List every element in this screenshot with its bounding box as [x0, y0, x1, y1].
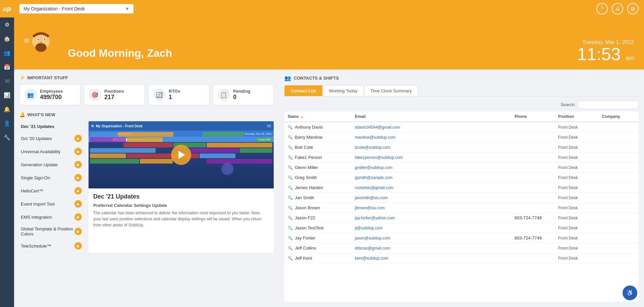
cell-email[interactable]: jansmith@siu.com: [352, 193, 511, 203]
arrow-icon: ▶: [74, 135, 82, 142]
sidebar-item-profile[interactable]: 👤: [0, 116, 14, 130]
arrow-icon: ▶: [74, 187, 82, 194]
cell-email[interactable]: jay.fortier@yahoo.com: [352, 213, 511, 223]
cell-email[interactable]: rocketsiu@gmail.com: [352, 183, 511, 192]
table-row[interactable]: 🔍 Greg Smith gsmith@sample.com Front Des…: [284, 173, 639, 183]
cell-email[interactable]: jt@subitup.com: [352, 223, 511, 233]
cell-name: 🔍 Anthony Davis: [284, 122, 352, 132]
news-item-global-template[interactable]: Global Template & Position Colors ▶: [19, 224, 83, 239]
print-button[interactable]: 🖨: [612, 3, 623, 14]
news-content-area: My Organization - Front Desk Calendar: B…: [89, 121, 274, 253]
table-row[interactable]: 🔍 Jay Fortier jason@subitup.com 603-724-…: [284, 233, 639, 243]
search-input[interactable]: [578, 100, 639, 109]
sidebar-item-notifications[interactable]: 🔔: [0, 102, 14, 116]
sidebar-item-tools[interactable]: 🔧: [0, 130, 14, 144]
news-item-generation-update[interactable]: Generation Update ▶: [19, 158, 83, 171]
sidebar-item-settings[interactable]: ⚙: [0, 17, 14, 32]
contacts-icon: 👥: [284, 75, 291, 81]
col-email[interactable]: Email: [352, 112, 511, 122]
cell-company: [598, 183, 639, 192]
table-row[interactable]: 🔍 Jeff Kent kent@subitup.com Front Desk: [284, 253, 639, 263]
org-selector[interactable]: My Organization - Front Desk ▼: [19, 4, 133, 13]
employees-value: 499/700: [40, 94, 63, 101]
rtos-icon: 🔄: [153, 89, 165, 101]
table-row[interactable]: 🔍 Barry Manilow manilow@subitup.com Fron…: [284, 132, 639, 142]
pending-label: Pending: [233, 89, 250, 94]
cell-email[interactable]: bcote@subitup.com: [352, 142, 511, 152]
stat-employees[interactable]: 👥 Employees 499/700: [19, 84, 80, 105]
rtos-label: RTOs: [169, 89, 180, 94]
sidebar: up ⚙ 🏠 👥 📅 ✉ 📊 🔔 👤 🔧: [0, 0, 14, 307]
sidebar-item-home[interactable]: 🏠: [0, 32, 14, 46]
cell-position: Front Desk: [555, 253, 598, 263]
col-company[interactable]: Company: [598, 112, 639, 122]
news-item-hellocert[interactable]: HelloCert™ ▶: [19, 184, 83, 198]
news-item-event-import[interactable]: Event Import Tool ▶: [19, 198, 83, 211]
cell-position: Front Desk: [555, 213, 598, 223]
news-video[interactable]: My Organization - Front Desk Calendar: B…: [89, 121, 274, 188]
cell-email[interactable]: ddscas@gmail.com: [352, 243, 511, 253]
table-row[interactable]: 🔍 Jason Brown jbrown@siu.com Front Desk: [284, 203, 639, 213]
tab-working-today[interactable]: Working Today: [322, 85, 364, 96]
table-row[interactable]: 🔍 Jason F22 jay.fortier@yahoo.com 603-72…: [284, 213, 639, 223]
table-row[interactable]: 🔍 Bob Cote bcote@subitup.com Front Desk: [284, 142, 639, 152]
stat-rtos[interactable]: 🔄 RTOs 1: [148, 84, 209, 105]
sidebar-item-messages[interactable]: ✉: [0, 74, 14, 88]
cell-position: Front Desk: [555, 132, 598, 142]
sidebar-item-users[interactable]: 👥: [0, 46, 14, 60]
cell-email[interactable]: jbrown@siu.com: [352, 203, 511, 213]
bell-icon: 🔔: [19, 112, 25, 117]
news-item-ems[interactable]: EMS Integration ▶: [19, 211, 83, 224]
stat-pending[interactable]: 📋 Pending 0: [213, 84, 274, 105]
sidebar-item-reports[interactable]: 📊: [0, 88, 14, 102]
cursor-indicator: [221, 163, 233, 175]
accessibility-button[interactable]: ♿: [623, 286, 637, 300]
cell-email[interactable]: manilow@subitup.com: [352, 132, 511, 142]
cell-email[interactable]: kent@subitup.com: [352, 253, 511, 263]
table-row[interactable]: 🔍 Jeff Collins ddscas@gmail.com Front De…: [284, 243, 639, 253]
table-row[interactable]: 🔍 Glenn Miller gmiller@subitup.com Front…: [284, 163, 639, 173]
table-row[interactable]: 🔍 Jason TestTest jt@subitup.com Front De…: [284, 223, 639, 233]
stat-positions[interactable]: 🎯 Positions 217: [84, 84, 145, 105]
arrow-icon: ▶: [74, 161, 82, 168]
arrow-icon: ▶: [74, 213, 82, 221]
table-row[interactable]: 🔍 James Harden rocketsiu@gmail.com Front…: [284, 183, 639, 193]
tab-contact-list[interactable]: Contact List: [284, 85, 322, 96]
news-item-sso[interactable]: Single Sign-On ▶: [19, 171, 83, 184]
current-date: Tuesday, Mar 1, 2022: [577, 39, 634, 45]
sidebar-item-calendar[interactable]: 📅: [0, 60, 14, 74]
cell-email[interactable]: jason@subitup.com: [352, 233, 511, 243]
whats-new-title: WHAT'S NEW: [27, 112, 55, 117]
news-item-dec21[interactable]: Dec '21 Updates: [19, 121, 83, 132]
cell-email[interactable]: gsmith@sample.com: [352, 173, 511, 182]
table-row[interactable]: 🔍 Jan Smith jansmith@siu.com Front Desk: [284, 193, 639, 203]
svg-point-7: [40, 42, 42, 44]
col-position[interactable]: Position: [555, 112, 598, 122]
cell-email[interactable]: adavis34544@gmail.com: [352, 122, 511, 132]
col-name[interactable]: Name ▲: [284, 112, 352, 122]
search-icon: 🔍: [288, 125, 293, 130]
svg-point-2: [35, 43, 46, 52]
search-icon: 🔍: [288, 236, 293, 240]
cell-position: Front Desk: [555, 193, 598, 203]
chevron-down-icon: ▼: [125, 6, 129, 11]
grid-button[interactable]: ⊞: [627, 3, 639, 14]
news-item-universal-availability[interactable]: Universal Availability ▶: [19, 145, 83, 158]
cell-position: Front Desk: [555, 223, 598, 233]
cell-email[interactable]: fake1person@subitup.com: [352, 152, 511, 162]
accessibility-icon: ♿: [626, 289, 634, 297]
cell-name: 🔍 Glenn Miller: [284, 163, 352, 172]
col-phone[interactable]: Phone: [511, 112, 555, 122]
play-button[interactable]: [171, 145, 191, 165]
app-logo[interactable]: up: [0, 0, 14, 17]
cell-position: Front Desk: [555, 203, 598, 213]
table-row[interactable]: 🔍 Anthony Davis adavis34544@gmail.com Fr…: [284, 122, 639, 132]
table-row[interactable]: 🔍 Fake1 Person fake1person@subitup.com F…: [284, 152, 639, 163]
news-item-teleschedule[interactable]: TeleSchedule™ ▶: [19, 239, 83, 253]
important-stuff-header: ⚡ IMPORTANT STUFF: [19, 75, 274, 80]
news-content-title: Dec '21 Updates: [93, 193, 269, 200]
help-button[interactable]: ?: [596, 3, 608, 14]
cell-email[interactable]: gmiller@subitup.com: [352, 163, 511, 172]
news-item-oct20[interactable]: Oct '20 Updates ▶: [19, 132, 83, 145]
tab-time-clock[interactable]: Time Clock Summary: [364, 85, 418, 96]
